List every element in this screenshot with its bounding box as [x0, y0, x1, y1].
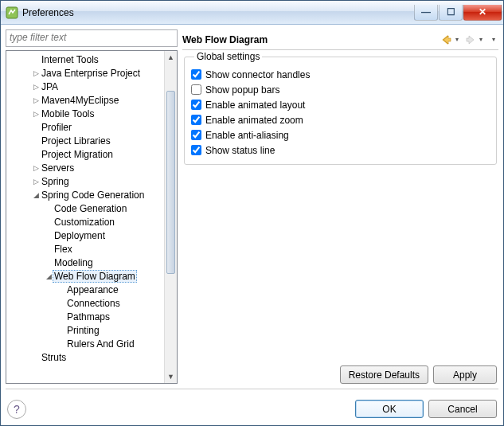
global-settings-group: Global settings Show connector handlesSh… [184, 57, 497, 165]
checkbox[interactable] [191, 115, 201, 125]
tree-item[interactable]: ▷Servers [6, 161, 164, 174]
tree-item[interactable]: Rulers And Grid [6, 337, 164, 350]
tree-toggle-icon[interactable]: ▷ [32, 110, 40, 118]
tree-item[interactable]: Code Generation [6, 201, 164, 215]
page-title: Web Flow Diagram [182, 34, 440, 45]
tree-item-label: Java Enterprise Project [40, 68, 142, 79]
tree-item-label: Spring Code Generation [40, 190, 146, 201]
checkbox-row: Show status line [191, 143, 490, 158]
tree-item[interactable]: Struts [6, 350, 164, 364]
tree-item-label: Profiler [40, 122, 73, 133]
tree-toggle-icon[interactable]: ◢ [32, 191, 40, 199]
tree-item[interactable]: Flex [6, 242, 164, 256]
checkbox-label: Show popup bars [205, 84, 279, 96]
checkbox-label: Enable animated layout [205, 100, 305, 111]
tree-item[interactable]: ▷Java Enterprise Project [6, 66, 164, 80]
tree-item-label: Struts [40, 352, 68, 363]
tree-item-label: Servers [40, 162, 76, 174]
tree-item[interactable]: ▷Mobile Tools [6, 107, 164, 120]
nav-back-caret-icon[interactable]: ▾ [455, 36, 462, 43]
window-title: Preferences [22, 7, 414, 18]
page-header: Web Flow Diagram ▾ ▾ ▾ [182, 29, 498, 50]
right-pane: Web Flow Diagram ▾ ▾ ▾ Global settings S… [182, 29, 498, 384]
tree-item-label: Customization [53, 217, 116, 228]
checkbox[interactable] [191, 130, 201, 140]
tree-item[interactable]: Project Migration [6, 147, 164, 161]
tree-toggle-icon[interactable]: ▷ [32, 178, 40, 186]
preferences-tree[interactable]: Internet Tools▷Java Enterprise Project▷J… [6, 51, 164, 383]
tree-item-label: Maven4MyEclipse [40, 95, 120, 106]
scroll-thumb[interactable] [166, 91, 175, 274]
dialog-footer: ? OK Cancel [6, 389, 498, 424]
nav-back-button[interactable] [440, 33, 454, 47]
group-label: Global settings [194, 51, 262, 62]
tree-item-label: Project Libraries [40, 135, 112, 147]
maximize-button[interactable]: ☐ [439, 5, 463, 21]
cancel-button[interactable]: Cancel [428, 400, 497, 418]
minimize-button[interactable]: — [414, 5, 438, 21]
tree-toggle-icon[interactable]: ▷ [32, 69, 40, 77]
preferences-window: Preferences — ☐ ✕ Internet Tools▷Java En… [0, 0, 504, 426]
tree-item[interactable]: ◢Web Flow Diagram [6, 269, 164, 283]
tree-item-label: Internet Tools [40, 54, 100, 65]
left-pane: Internet Tools▷Java Enterprise Project▷J… [6, 29, 178, 384]
tree-item[interactable]: ▷Maven4MyEclipse [6, 93, 164, 107]
checkbox[interactable] [191, 69, 201, 80]
checkbox-row: Enable animated layout [191, 97, 490, 112]
tree-item[interactable]: Connections [6, 296, 164, 310]
checkbox-row: Show connector handles [191, 67, 490, 82]
scroll-up-icon[interactable]: ▲ [165, 51, 177, 64]
checkbox-row: Enable anti-aliasing [191, 127, 490, 143]
tree-item-label: Rulers And Grid [65, 338, 136, 350]
tree-toggle-icon[interactable]: ◢ [45, 272, 53, 280]
tree-item[interactable]: Internet Tools [6, 53, 164, 66]
tree-toggle-icon[interactable]: ▷ [32, 83, 40, 91]
filter-box [6, 29, 178, 47]
tree-scrollbar[interactable]: ▲ ▼ [164, 51, 177, 383]
tree-item-label: Printing [65, 325, 101, 336]
checkbox[interactable] [191, 100, 201, 110]
tree-item[interactable]: Deployment [6, 229, 164, 242]
tree-item[interactable]: Appearance [6, 283, 164, 296]
tree-item-label: Appearance [65, 284, 120, 295]
ok-button[interactable]: OK [355, 400, 424, 418]
help-button[interactable]: ? [7, 400, 26, 419]
app-icon [6, 6, 18, 19]
tree-item[interactable]: Project Libraries [6, 134, 164, 147]
nav-forward-caret-icon[interactable]: ▾ [479, 36, 486, 43]
titlebar[interactable]: Preferences — ☐ ✕ [1, 1, 503, 25]
page-buttons: Restore Defaults Apply [182, 362, 498, 384]
svg-rect-0 [6, 7, 18, 18]
tree-item[interactable]: ▷Spring [6, 174, 164, 188]
tree-item-label: Code Generation [53, 203, 128, 214]
filter-input[interactable] [10, 32, 174, 43]
nav-menu-caret-icon[interactable]: ▾ [492, 36, 498, 43]
tree-item-label: Flex [53, 244, 74, 255]
tree-item[interactable]: Pathmaps [6, 310, 164, 323]
close-button[interactable]: ✕ [463, 5, 502, 21]
scroll-down-icon[interactable]: ▼ [165, 370, 177, 383]
tree-item-label: Spring [40, 176, 71, 187]
tree-item-label: Mobile Tools [40, 108, 96, 119]
checkbox[interactable] [191, 145, 201, 155]
nav-forward-button[interactable] [463, 33, 478, 47]
tree-item[interactable]: ▷JPA [6, 80, 164, 93]
apply-button[interactable]: Apply [433, 365, 497, 384]
tree-item[interactable]: ◢Spring Code Generation [6, 188, 164, 201]
tree-item[interactable]: Printing [6, 323, 164, 337]
tree-item[interactable]: Profiler [6, 120, 164, 134]
checkbox[interactable] [191, 84, 201, 95]
checkbox-row: Enable animated zoom [191, 112, 490, 127]
tree-item-label: Web Flow Diagram [53, 270, 137, 283]
tree-toggle-icon[interactable]: ▷ [32, 96, 40, 104]
tree-item[interactable]: Customization [6, 215, 164, 229]
tree-item-label: JPA [40, 81, 60, 92]
tree-item-label: Modeling [53, 257, 95, 268]
tree-toggle-icon[interactable]: ▷ [32, 164, 40, 172]
checkbox-row: Show popup bars [191, 82, 490, 97]
tree-item[interactable]: Modeling [6, 256, 164, 269]
tree-container: Internet Tools▷Java Enterprise Project▷J… [6, 50, 178, 384]
page-nav: ▾ ▾ ▾ [440, 33, 498, 47]
checkbox-label: Show connector handles [205, 69, 310, 80]
restore-defaults-button[interactable]: Restore Defaults [340, 365, 428, 384]
